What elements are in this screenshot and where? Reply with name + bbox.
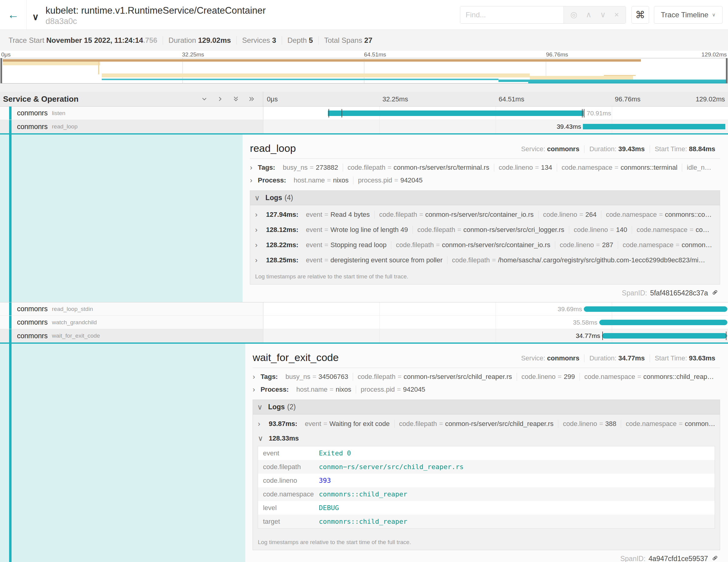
span-id-row: SpanID: 4a947cfd1ce59537 <box>253 550 720 562</box>
deep-link-icon[interactable] <box>711 554 719 562</box>
trace-minimap[interactable] <box>0 58 728 83</box>
logs-footnote: Log timestamps are relative to the start… <box>250 268 720 284</box>
span-row-read-loop-stdin[interactable]: conmonrs read_loop_stdin 39.69ms <box>0 302 728 316</box>
process-label: Process: <box>260 386 289 393</box>
log-marker <box>726 332 726 340</box>
span-duration-label: 35.58ms <box>573 316 597 329</box>
prev-match-icon[interactable]: ∧ <box>586 10 592 19</box>
span-bar[interactable] <box>599 320 728 325</box>
span-timeline-cell[interactable]: 39.69ms <box>263 302 728 315</box>
log-entry-expanded-header[interactable]: ∨ 128.33ms <box>253 431 720 445</box>
log-fields-rows: event Exited 0 code.filepath conmon−rs/s… <box>258 446 715 528</box>
find-input[interactable] <box>460 6 563 23</box>
tags-row[interactable]: › Tags: busy_ns=273882code.filepath=conm… <box>250 161 720 174</box>
chevron-right-icon[interactable]: › <box>250 176 258 185</box>
span-bar[interactable] <box>584 306 727 312</box>
minimap-span-bar <box>3 59 641 62</box>
process-row[interactable]: › Process: host.name=nixosprocess.pid=94… <box>250 174 720 187</box>
trace-view-selector[interactable]: Trace Timeline ∨ <box>654 6 723 24</box>
field-key: code.filepath <box>258 463 319 471</box>
chevron-right-icon[interactable]: › <box>250 163 258 172</box>
trace-collapse-toggle[interactable]: ∨ <box>27 12 44 22</box>
clear-find-icon[interactable]: × <box>614 10 619 19</box>
field-value: conmonrs::child_reaper <box>319 518 407 525</box>
span-name-cell[interactable]: conmonrs listen <box>0 107 263 120</box>
chevron-right-icon[interactable]: › <box>255 256 263 264</box>
log-field: code.namespace=conmonrs::co… <box>601 211 716 219</box>
span-name-cell[interactable]: conmonrs wait_for_exit_code <box>0 329 263 342</box>
keyboard-shortcuts-button[interactable]: ⌘ <box>631 6 649 24</box>
span-name-cell[interactable]: conmonrs watch_grandchild <box>0 316 263 329</box>
collapse-all-icon[interactable] <box>233 96 239 102</box>
collapse-one-icon[interactable] <box>201 96 208 102</box>
span-row-wait-for-exit-code[interactable]: conmonrs wait_for_exit_code 34.77ms <box>0 329 728 342</box>
log-entry[interactable]: › 128.25ms: event=deregistering event so… <box>250 253 720 268</box>
chevron-right-icon[interactable]: › <box>258 420 266 428</box>
back-button[interactable]: ← <box>0 0 27 29</box>
tags-row[interactable]: › Tags: busy_ns=34506763code.filepath=co… <box>253 370 720 383</box>
log-field: code.namespace=conmon… <box>621 420 720 428</box>
span-row-read-loop[interactable]: conmonrs read_loop 39.43ms <box>0 120 728 133</box>
tags-label: Tags: <box>260 373 278 381</box>
field-value: DEBUG <box>319 504 339 512</box>
page-title: kubelet: runtime.v1.RuntimeService/Creat… <box>46 5 460 16</box>
log-entry[interactable]: › 128.22ms: event=Stopping read loopcode… <box>250 237 720 253</box>
minimap-handle-left[interactable] <box>1 58 2 83</box>
minimap-handle-right[interactable] <box>726 58 727 83</box>
span-id-label: SpanID: <box>622 289 647 297</box>
field-value: conmonrs::child_reaper <box>319 490 407 498</box>
ruler-tick: 96.76ms <box>546 51 568 58</box>
field-key: code.lineno <box>258 477 319 485</box>
span-bar[interactable] <box>583 124 725 129</box>
span-row-listen[interactable]: conmonrs listen 70.91ms <box>0 107 728 120</box>
chevron-right-icon[interactable]: › <box>255 210 263 219</box>
tag-item: code.lineno=299 <box>517 373 580 381</box>
timeline-header-row: Service & Operation 0μs 32.25ms 64.51ms … <box>0 92 728 107</box>
focus-match-icon[interactable]: ◎ <box>570 10 577 19</box>
trace-start: Trace Start November 15 2022, 11:24:14.7… <box>3 36 163 45</box>
field-value: Exited 0 <box>319 449 351 457</box>
span-timeline-cell[interactable]: 34.77ms <box>263 329 728 342</box>
log-entry[interactable]: › 127.94ms: event=Read 4 bytescode.filep… <box>250 207 720 222</box>
trace-duration: Duration 129.02ms <box>163 36 236 45</box>
logs-header[interactable]: ∨ Logs (2) <box>253 400 720 414</box>
expand-all-icon[interactable] <box>248 96 255 102</box>
span-name-cell[interactable]: conmonrs read_loop_stdin <box>0 302 263 315</box>
span-bar[interactable] <box>328 111 583 116</box>
chevron-right-icon[interactable]: › <box>255 226 263 234</box>
span-name-cell[interactable]: conmonrs read_loop <box>0 120 263 133</box>
table-row: target conmonrs::child_reaper <box>258 515 715 528</box>
chevron-right-icon[interactable]: › <box>255 241 263 249</box>
span-timeline-cell[interactable]: 70.91ms <box>263 107 728 120</box>
logs-header[interactable]: ∨ Logs (4) <box>250 191 720 205</box>
process-row[interactable]: › Process: host.name=nixosprocess.pid=94… <box>253 383 720 396</box>
table-row: code.filepath conmon−rs/server/src/child… <box>258 460 715 474</box>
chevron-right-icon[interactable]: › <box>253 385 260 394</box>
next-match-icon[interactable]: ∨ <box>600 10 606 19</box>
logs-section: ∨ Logs (2) › 93.87ms: event=Waiting for … <box>253 400 720 550</box>
log-marker <box>582 109 583 118</box>
operation-name: watch_grandchild <box>52 319 97 326</box>
log-field: code.namespace=co… <box>632 226 714 234</box>
minimap-span-bar <box>3 62 100 65</box>
detail-left-gutter <box>0 135 243 302</box>
log-entry[interactable]: › 128.12ms: event=Wrote log line of leng… <box>250 222 720 237</box>
trace-id: d8a3a0c <box>46 17 460 26</box>
deep-link-icon[interactable] <box>711 289 719 297</box>
span-timeline-cell[interactable]: 35.58ms <box>263 316 728 329</box>
expand-one-icon[interactable] <box>217 96 223 102</box>
detail-meta: Service: conmonrs Duration: 34.77ms Star… <box>516 354 720 363</box>
minimap-span-bar <box>102 73 530 77</box>
span-duration-label: 39.43ms <box>557 120 581 133</box>
span-bar[interactable] <box>602 333 727 339</box>
ruler-tick: 129.02ms <box>702 51 727 58</box>
log-entry[interactable]: › 93.87ms: event=Waiting for exit codeco… <box>253 416 720 431</box>
span-duration-label: 70.91ms <box>587 107 611 120</box>
span-timeline-cell[interactable]: 39.43ms <box>263 120 728 133</box>
log-field: code.filepath=conmon-rs/server/src/conta… <box>391 241 555 249</box>
chevron-right-icon[interactable]: › <box>253 373 260 381</box>
span-row-watch-grandchild[interactable]: conmonrs watch_grandchild 35.58ms <box>0 316 728 329</box>
logs-count: (4) <box>284 194 293 202</box>
span-id-label: SpanID: <box>620 555 645 562</box>
span-id-value: 4a947cfd1ce59537 <box>648 555 708 562</box>
